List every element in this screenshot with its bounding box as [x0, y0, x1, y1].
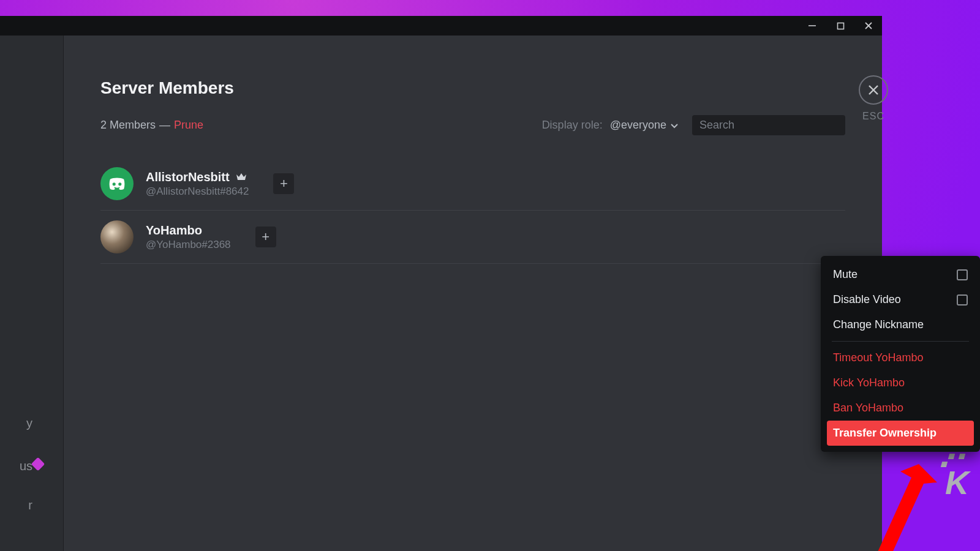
window-minimize-button[interactable] [804, 17, 821, 34]
member-name-column: AllistorNesbitt @AllistorNesbitt#8642 [146, 170, 249, 198]
window-maximize-button[interactable] [832, 17, 849, 34]
owner-crown-icon [236, 173, 247, 181]
watermark-dot-icon [959, 454, 965, 459]
window-titlebar [0, 16, 882, 36]
ctx-ban[interactable]: Ban YoHambo [827, 395, 974, 421]
member-context-menu: Mute Disable Video Change Nickname Timeo… [821, 256, 980, 452]
outer-frame: y us r ESC Server Members 2 Members — Pr [0, 0, 980, 551]
discord-logo-icon [107, 176, 127, 191]
server-members-panel: ESC Server Members 2 Members — Prune Dis… [64, 36, 882, 551]
add-role-button[interactable]: + [273, 173, 294, 194]
ctx-change-nickname-label: Change Nickname [833, 318, 924, 331]
sidebar-item-fragment[interactable]: y [0, 414, 32, 433]
esc-label: ESC [862, 111, 884, 122]
search-input[interactable] [699, 119, 842, 132]
app-window: y us r ESC Server Members 2 Members — Pr [0, 16, 882, 551]
svg-rect-1 [837, 23, 843, 29]
close-icon [864, 21, 873, 30]
sidebar-item-fragment[interactable]: us [0, 457, 32, 476]
ctx-kick[interactable]: Kick YoHambo [827, 370, 974, 395]
watermark-dot-icon [948, 454, 955, 459]
member-name-column: YoHambo @YoHambo#2368 [146, 223, 231, 251]
ctx-ban-label: Ban YoHambo [833, 402, 903, 414]
ctx-transfer-ownership-label: Transfer Ownership [833, 427, 937, 440]
dash-separator: — [159, 119, 170, 132]
page-title: Server Members [100, 78, 845, 98]
member-count: 2 Members [100, 119, 156, 132]
svg-marker-10 [876, 464, 937, 551]
checkbox-icon[interactable] [957, 294, 968, 305]
ctx-transfer-ownership[interactable]: Transfer Ownership [827, 421, 974, 446]
close-settings-button[interactable] [859, 75, 888, 105]
svg-point-9 [118, 182, 121, 186]
prune-link[interactable]: Prune [174, 119, 203, 132]
close-icon [867, 84, 880, 96]
window-close-button[interactable] [860, 17, 877, 34]
member-search[interactable] [692, 115, 845, 135]
ctx-mute[interactable]: Mute [827, 262, 974, 287]
watermark-letter: K [945, 470, 969, 496]
member-tag: @AllistorNesbitt#8642 [146, 186, 249, 198]
plus-icon: + [262, 229, 270, 245]
add-role-button[interactable]: + [255, 227, 276, 247]
ctx-kick-label: Kick YoHambo [833, 377, 905, 389]
member-tag: @YoHambo#2368 [146, 239, 231, 251]
ctx-mute-label: Mute [833, 268, 858, 281]
ctx-disable-video[interactable]: Disable Video [827, 287, 974, 312]
plus-icon: + [280, 176, 288, 192]
ctx-timeout[interactable]: Timeout YoHambo [827, 345, 974, 370]
display-role-select[interactable]: @everyone [610, 119, 679, 132]
ctx-timeout-label: Timeout YoHambo [833, 351, 923, 364]
settings-sidebar[interactable]: y us r [0, 36, 64, 551]
ctx-disable-video-label: Disable Video [833, 293, 901, 306]
display-role-label: Display role: [542, 119, 603, 132]
close-settings: ESC [859, 75, 888, 122]
maximize-icon [837, 22, 845, 30]
member-username: AllistorNesbitt [146, 170, 230, 184]
checkbox-icon[interactable] [957, 269, 968, 280]
role-selected-value: @everyone [610, 119, 666, 132]
boost-badge-icon [31, 457, 45, 471]
svg-point-8 [113, 182, 116, 186]
avatar [100, 167, 134, 200]
member-username: YoHambo [146, 223, 202, 238]
ctx-change-nickname[interactable]: Change Nickname [827, 312, 974, 337]
sidebar-item-fragment[interactable]: r [0, 496, 32, 515]
watermark: K [945, 454, 969, 496]
minimize-icon [808, 21, 816, 30]
ctx-separator [832, 341, 969, 342]
avatar [100, 220, 134, 253]
chevron-down-icon [670, 121, 679, 130]
annotation-arrow-icon [851, 458, 949, 551]
member-row[interactable]: AllistorNesbitt @AllistorNesbitt#8642 + [100, 157, 845, 211]
members-controls-row: 2 Members — Prune Display role: @everyon… [100, 115, 845, 135]
member-row[interactable]: YoHambo @YoHambo#2368 + [100, 211, 845, 264]
